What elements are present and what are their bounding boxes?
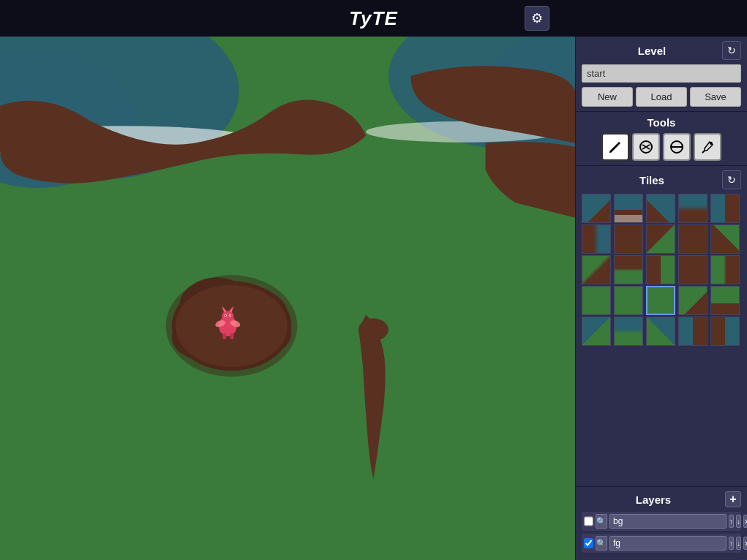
tile-2-1[interactable] — [614, 255, 643, 284]
level-name-input[interactable] — [582, 64, 741, 83]
layer-fg-search-button[interactable]: 🔍 — [596, 536, 607, 550]
layers-section: Layers + 🔍 ↑ ↓ ✕ 🔍 ↑ ↓ ✕ — [576, 487, 747, 560]
save-button[interactable]: Save — [690, 87, 741, 107]
svg-line-32 — [702, 151, 705, 153]
tile-3-3[interactable] — [678, 286, 707, 315]
tile-2-2[interactable] — [646, 255, 675, 284]
tile-3-2[interactable] — [646, 286, 675, 315]
tile-0-0[interactable] — [582, 194, 611, 223]
tile-2-0[interactable] — [582, 255, 611, 284]
main-area: Level ↻ New Load Save Tools — [0, 37, 747, 560]
tiles-grid — [582, 194, 741, 346]
tile-4-4[interactable] — [710, 317, 740, 346]
tools-title: Tools — [582, 116, 741, 129]
level-buttons: New Load Save — [582, 87, 741, 107]
layer-bg-row: 🔍 ↑ ↓ ✕ — [582, 512, 741, 531]
level-refresh-button[interactable]: ↻ — [722, 41, 741, 60]
layer-fg-down-button[interactable]: ↓ — [736, 537, 741, 550]
svg-point-18 — [222, 311, 233, 321]
tile-1-0[interactable] — [582, 224, 611, 254]
map-canvas-area[interactable] — [0, 37, 575, 560]
layers-title: Layers — [582, 493, 725, 506]
eyedropper-tool-button[interactable] — [694, 133, 721, 161]
layer-bg-delete-button[interactable]: ✕ — [743, 515, 747, 528]
layer-fg-delete-button[interactable]: ✕ — [743, 537, 747, 550]
layer-fg-up-button[interactable]: ↑ — [729, 537, 734, 550]
app-title: TyTE — [349, 7, 398, 30]
svg-point-27 — [225, 315, 226, 317]
layer-fg-visibility-checkbox[interactable] — [584, 537, 593, 549]
svg-point-33 — [710, 142, 713, 145]
tile-1-4[interactable] — [710, 224, 740, 254]
layer-bg-up-button[interactable]: ↑ — [729, 515, 734, 528]
tile-2-4[interactable] — [710, 255, 740, 284]
right-panel: Level ↻ New Load Save Tools — [575, 37, 747, 560]
tile-4-1[interactable] — [614, 317, 643, 346]
pencil-tool-button[interactable] — [601, 133, 629, 161]
layer-fg-name-input[interactable] — [609, 536, 727, 550]
svg-point-28 — [230, 315, 231, 317]
load-button[interactable]: Load — [636, 87, 687, 107]
fill-tool-button[interactable] — [663, 133, 691, 161]
layer-fg-row: 🔍 ↑ ↓ ✕ — [582, 534, 741, 553]
svg-rect-22 — [230, 333, 233, 339]
tile-3-1[interactable] — [614, 286, 643, 315]
tiles-section: Tiles ↻ — [576, 166, 747, 487]
tile-0-3[interactable] — [678, 194, 707, 223]
svg-rect-21 — [222, 333, 226, 339]
layers-add-button[interactable]: + — [725, 491, 741, 507]
tile-2-3[interactable] — [678, 255, 707, 284]
tiles-header: Tiles ↻ — [582, 170, 741, 189]
tools-section: Tools — [576, 112, 747, 166]
tiles-refresh-button[interactable]: ↻ — [722, 170, 741, 189]
tile-0-2[interactable] — [646, 194, 675, 223]
header: TyTE ⚙ — [0, 0, 747, 37]
tile-3-4[interactable] — [710, 286, 740, 315]
tile-1-3[interactable] — [678, 224, 707, 254]
tiles-title: Tiles — [582, 174, 722, 186]
tile-4-3[interactable] — [678, 317, 707, 346]
layer-bg-name-input[interactable] — [609, 514, 727, 529]
tools-row — [582, 133, 741, 161]
map-svg — [0, 37, 575, 560]
layer-bg-visibility-checkbox[interactable] — [584, 515, 593, 527]
eraser-tool-button[interactable] — [632, 133, 660, 161]
level-title: Level — [582, 45, 722, 57]
tile-0-1[interactable] — [614, 194, 643, 223]
tile-1-1[interactable] — [614, 224, 643, 254]
tile-3-0[interactable] — [582, 286, 611, 315]
tile-4-2[interactable] — [646, 317, 675, 346]
layer-bg-search-button[interactable]: 🔍 — [596, 514, 607, 529]
level-header: Level ↻ — [582, 41, 741, 60]
layers-header: Layers + — [582, 491, 741, 507]
settings-button[interactable]: ⚙ — [525, 6, 549, 31]
svg-point-14 — [359, 319, 388, 341]
layer-bg-down-button[interactable]: ↓ — [736, 515, 741, 528]
level-section: Level ↻ New Load Save — [576, 37, 747, 112]
tile-4-0[interactable] — [582, 317, 611, 346]
new-button[interactable]: New — [582, 87, 633, 107]
tile-0-4[interactable] — [710, 194, 740, 223]
tile-1-2[interactable] — [646, 224, 675, 254]
